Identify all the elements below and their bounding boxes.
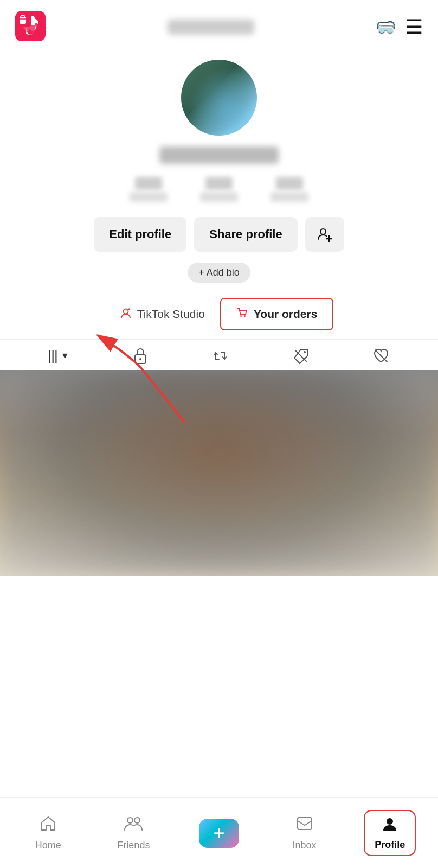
content-blur-overlay bbox=[0, 370, 438, 576]
profile-section: Edit profile Share profile + Add bio bbox=[0, 49, 438, 298]
inbox-icon bbox=[296, 815, 313, 837]
avatar[interactable] bbox=[181, 60, 257, 136]
header: 🥽 ☰ bbox=[0, 0, 438, 49]
filter-repost[interactable] bbox=[211, 347, 229, 365]
tiktok-studio-icon bbox=[120, 307, 132, 322]
tiktok-shop-logo[interactable] bbox=[15, 11, 46, 43]
add-friend-button[interactable] bbox=[305, 217, 344, 252]
nav-profile[interactable]: Profile bbox=[347, 810, 433, 856]
tab-tiktok-studio-label: TikTok Studio bbox=[137, 308, 205, 321]
stat-followers[interactable] bbox=[200, 177, 238, 202]
tab-tiktok-studio[interactable]: TikTok Studio bbox=[105, 299, 220, 329]
filter-liked[interactable] bbox=[372, 347, 390, 365]
nav-inbox[interactable]: Inbox bbox=[262, 815, 347, 851]
svg-point-18 bbox=[387, 818, 393, 825]
filter-row: ||| ▼ bbox=[0, 339, 438, 370]
nav-create[interactable]: + bbox=[176, 819, 262, 848]
svg-point-8 bbox=[240, 315, 242, 317]
svg-point-9 bbox=[244, 315, 246, 317]
edit-profile-button[interactable]: Edit profile bbox=[94, 217, 186, 252]
columns-icon: ||| bbox=[48, 348, 57, 365]
svg-point-16 bbox=[134, 818, 140, 823]
action-buttons: Edit profile Share profile bbox=[0, 217, 438, 252]
glasses-icon[interactable]: 🥽 bbox=[376, 18, 395, 37]
profile-nav-wrapper[interactable]: Profile bbox=[364, 810, 416, 856]
header-center bbox=[46, 20, 376, 35]
followers-count-blur bbox=[205, 177, 233, 190]
home-label: Home bbox=[35, 840, 61, 851]
nav-home[interactable]: Home bbox=[5, 815, 91, 851]
svg-point-15 bbox=[127, 818, 133, 823]
tab-row: TikTok Studio Your orders bbox=[0, 298, 438, 330]
stat-following[interactable] bbox=[130, 177, 168, 202]
filter-tag-off[interactable] bbox=[292, 347, 310, 365]
following-label-blur bbox=[130, 192, 168, 202]
likes-count-blur bbox=[276, 177, 303, 190]
followers-label-blur bbox=[200, 192, 238, 202]
orders-cart-icon bbox=[236, 307, 248, 322]
create-button[interactable]: + bbox=[199, 819, 239, 848]
plus-icon: + bbox=[213, 824, 224, 843]
stat-likes[interactable] bbox=[270, 177, 308, 202]
friends-icon bbox=[124, 815, 143, 837]
add-bio-button[interactable]: + Add bio bbox=[188, 263, 250, 283]
filter-columns-dropdown[interactable]: ||| ▼ bbox=[48, 348, 69, 365]
following-count-blur bbox=[135, 177, 162, 190]
nav-friends[interactable]: Friends bbox=[91, 815, 177, 851]
profile-label: Profile bbox=[375, 839, 405, 851]
svg-point-3 bbox=[320, 229, 326, 234]
content-grid bbox=[0, 370, 438, 576]
tab-your-orders[interactable]: Your orders bbox=[220, 298, 333, 330]
username-display bbox=[168, 20, 254, 35]
svg-rect-17 bbox=[298, 818, 312, 829]
svg-point-6 bbox=[123, 309, 128, 314]
dropdown-chevron: ▼ bbox=[61, 351, 69, 361]
friends-label: Friends bbox=[117, 840, 150, 851]
inbox-label: Inbox bbox=[293, 840, 317, 851]
header-actions: 🥽 ☰ bbox=[376, 16, 423, 39]
likes-label-blur bbox=[270, 192, 308, 202]
menu-icon[interactable]: ☰ bbox=[405, 16, 423, 39]
profile-icon bbox=[381, 815, 398, 837]
bottom-nav: Home Friends + Inbox bbox=[0, 797, 438, 868]
svg-point-12 bbox=[304, 351, 306, 353]
profile-name-blurred bbox=[159, 146, 279, 164]
svg-point-7 bbox=[128, 309, 130, 310]
home-icon bbox=[40, 815, 57, 837]
share-profile-button[interactable]: Share profile bbox=[194, 217, 297, 252]
filter-lock[interactable] bbox=[133, 347, 148, 365]
svg-point-11 bbox=[139, 358, 141, 360]
stats-row bbox=[130, 177, 308, 202]
tab-your-orders-label: Your orders bbox=[254, 308, 317, 321]
